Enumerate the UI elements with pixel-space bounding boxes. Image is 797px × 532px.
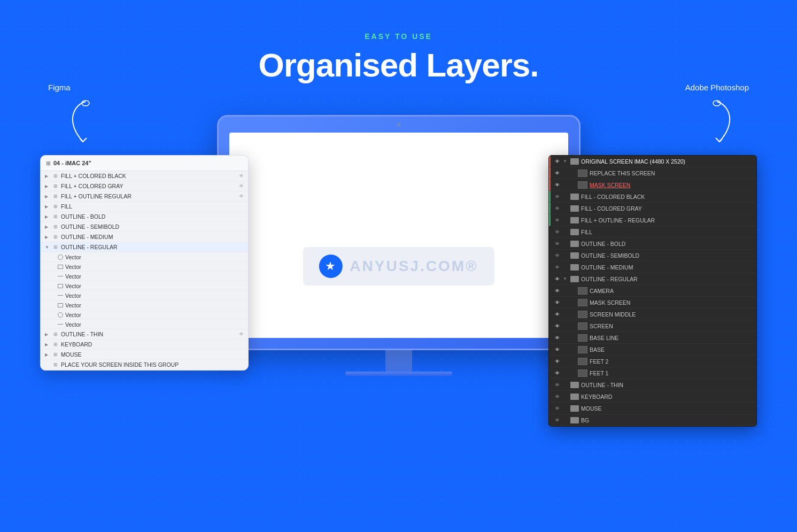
layer-thumb [578, 346, 587, 353]
eye-icon: 👁 [553, 158, 561, 165]
figma-sub-layer-row[interactable]: Vector [41, 310, 248, 320]
ps-layer-row[interactable]: 👁 FILL - COLORED BLACK [549, 191, 756, 203]
ps-layer-row[interactable]: 👁 BG [549, 414, 756, 426]
eye-icon: 👁 [553, 393, 561, 400]
ps-layer-row[interactable]: 👁 REPLACE THIS SCREEN [549, 167, 756, 179]
layer-name: FILL [61, 203, 242, 210]
ps-layer-row[interactable]: 👁 OUTLINE - MEDIUM [549, 261, 756, 273]
eye-icon: 👁 [553, 169, 561, 177]
expand-arrow: ▶ [45, 194, 50, 199]
folder-icon [570, 405, 579, 412]
figma-layer-row[interactable]: ▶⊞FILL [41, 202, 248, 212]
no-arrow [563, 194, 568, 199]
figma-layer-row[interactable]: ▶⊞FILL + OUTLINE REGULAR👁 [41, 191, 248, 202]
ps-layer-row[interactable]: 👁 OUTLINE - BOLD [549, 238, 756, 250]
eye-icon: 👁 [239, 194, 244, 199]
main-title: Organised Layers. [0, 46, 797, 84]
folder-icon [570, 252, 579, 259]
eye-icon: 👁 [239, 331, 244, 337]
laptop-stand-base [345, 372, 452, 376]
folder-icon [570, 382, 579, 388]
eye-icon: 👁 [553, 322, 561, 330]
figma-sub-layer-row[interactable]: Vector [41, 320, 248, 329]
figma-layer-row[interactable]: ▶⊞KEYBOARD [41, 340, 248, 350]
layer-type-icon: ⊞ [52, 224, 59, 229]
folder-icon [570, 264, 579, 271]
ps-layer-row[interactable]: 👁 MOUSE [549, 403, 756, 414]
figma-layer-row[interactable]: ▼⊞OUTLINE - REGULAR [41, 242, 248, 252]
layer-name: FILL - COLORED GRAY [581, 205, 752, 212]
ps-layer-row[interactable]: 👁 FILL - COLORED GRAY [549, 203, 756, 214]
expand-arrow: ▶ [45, 352, 50, 357]
figma-layer-row[interactable]: ⊞PLACE YOUR SCREEN INSIDE THIS GROUP [41, 360, 248, 370]
folder-icon [570, 217, 579, 223]
eye-icon: 👁 [553, 264, 561, 271]
figma-layer-row[interactable]: ▶⊞FILL + COLORED BLACK👁 [41, 171, 248, 181]
layer-thumb [578, 358, 587, 365]
eye-icon: 👁 [553, 358, 561, 365]
ps-layer-row[interactable]: 👁 MASK SCREEN [549, 179, 756, 191]
eye-icon: 👁 [553, 311, 561, 318]
figma-sub-layer-row[interactable]: Vector [41, 291, 248, 300]
layer-name: OUTLINE - REGULAR [581, 276, 752, 282]
expand-arrow: ▼ [45, 245, 50, 250]
expand-arrow: ▶ [45, 204, 50, 209]
ps-layer-row[interactable]: 👁 MASK SCREEN [549, 297, 756, 309]
no-arrow [563, 347, 568, 352]
ps-layer-row[interactable]: 👁▼OUTLINE - REGULAR [549, 273, 756, 285]
layer-name: FILL + OUTLINE REGULAR [61, 193, 237, 199]
figma-layer-row[interactable]: ▶⊞FILL + COLORED GRAY👁 [41, 181, 248, 191]
ps-layer-row[interactable]: 👁▼ORIGINAL SCREEN IMAC (4480 X 2520) [549, 156, 756, 167]
layer-type-icon: ⊞ [52, 352, 59, 357]
layer-name: OUTLINE - THIN [581, 382, 752, 388]
ps-layer-row[interactable]: 👁 CAMERA [549, 285, 756, 297]
figma-title-icon: ⊞ [46, 160, 50, 166]
ps-layer-row[interactable]: 👁 FILL + OUTLINE - REGULAR [549, 214, 756, 226]
layer-name: REPLACE THIS SCREEN [590, 170, 752, 176]
ps-layer-row[interactable]: 👁 FILL [549, 226, 756, 238]
layer-type-icon: ⊞ [52, 331, 59, 337]
ps-layer-row[interactable]: 👁 SCREEN MIDDLE [549, 309, 756, 320]
layer-name: OUTLINE - BOLD [61, 213, 242, 220]
ps-layer-row[interactable]: 👁 FEET 1 [549, 367, 756, 379]
figma-sub-layer-row[interactable]: Vector [41, 252, 248, 262]
no-arrow [563, 312, 568, 317]
laptop-stand-neck [385, 350, 412, 372]
layer-name: FILL - COLORED BLACK [581, 194, 752, 200]
eye-icon: 👁 [553, 205, 561, 212]
ps-layer-row[interactable]: 👁 FEET 2 [549, 356, 756, 367]
eye-icon: 👁 [553, 181, 561, 189]
figma-layer-row[interactable]: ▶⊞MOUSE [41, 350, 248, 360]
figma-sub-layer-row[interactable]: Vector [41, 262, 248, 272]
figma-layer-row[interactable]: ▶⊞OUTLINE - SEMIBOLD [41, 222, 248, 232]
layer-name: FILL + COLORED GRAY [61, 183, 237, 189]
layer-name: MOUSE [61, 351, 242, 358]
figma-arrow [53, 99, 96, 147]
layer-type-icon: ⊞ [52, 342, 59, 347]
eye-icon: 👁 [553, 252, 561, 259]
figma-layer-row[interactable]: ▶⊞OUTLINE - THIN👁 [41, 329, 248, 340]
layer-type-icon: ⊞ [52, 183, 59, 189]
eye-icon: 👁 [553, 405, 561, 412]
figma-layer-row[interactable]: ▶⊞OUTLINE - MEDIUM [41, 232, 248, 242]
figma-sub-layer-row[interactable]: Vector [41, 300, 248, 310]
figma-layer-row[interactable]: ▶⊞OUTLINE - BOLD [41, 212, 248, 222]
ps-layer-row[interactable]: 👁 OUTLINE - THIN [549, 379, 756, 391]
ps-layer-row[interactable]: 👁 BASE LINE [549, 332, 756, 344]
ps-layer-row[interactable]: 👁 BASE [549, 344, 756, 356]
camera-dot [397, 123, 400, 127]
no-arrow [563, 206, 568, 211]
figma-sub-layer-row[interactable]: Vector [41, 272, 248, 281]
ps-layer-row[interactable]: 👁 SCREEN [549, 320, 756, 332]
figma-sub-layer-row[interactable]: Vector [41, 281, 248, 291]
no-arrow [563, 418, 568, 422]
ps-layer-row[interactable]: 👁 KEYBOARD [549, 391, 756, 403]
figma-layers-container: ▶⊞FILL + COLORED BLACK👁▶⊞FILL + COLORED … [41, 171, 248, 370]
no-arrow [563, 300, 568, 305]
layer-name: OUTLINE - SEMIBOLD [581, 252, 752, 259]
layer-type-icon: ⊞ [52, 234, 59, 240]
layer-name: BASE [590, 346, 752, 353]
no-arrow [563, 171, 568, 175]
ps-layer-row[interactable]: 👁 OUTLINE - SEMIBOLD [549, 250, 756, 261]
layer-name: Vector [65, 283, 244, 289]
